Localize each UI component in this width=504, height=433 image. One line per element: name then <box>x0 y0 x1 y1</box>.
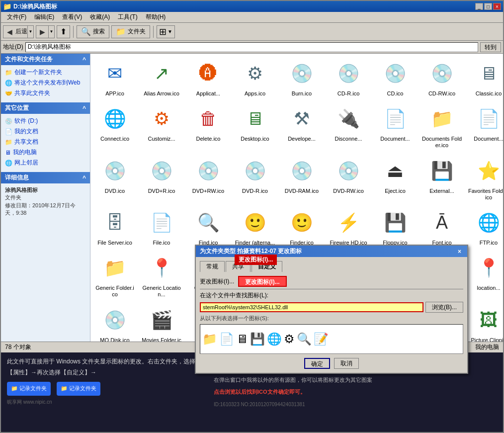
view-dropdown-icon[interactable]: ▼ <box>168 29 172 34</box>
menu-help[interactable]: 帮助(H) <box>142 12 170 22</box>
list-item[interactable]: 📁Documents Folder.ico <box>420 101 464 151</box>
list-item[interactable]: 💿DVD+R.ico <box>139 153 184 203</box>
menu-file[interactable]: 文件(F) <box>3 12 30 22</box>
list-item[interactable]: 🗄File Server.ico <box>92 205 137 248</box>
sidebar-link-publish-web[interactable]: 🌐 将这个文件夹发布到Web <box>5 78 86 88</box>
sidebar-link-my-computer[interactable]: 🖥 我的电脑 <box>5 147 86 158</box>
icon-list[interactable]: 📁 📄 🖥 💾 🌐 ⚙ 🔍 📝 <box>200 324 463 354</box>
list-item[interactable]: ĀFont.ico <box>420 205 464 248</box>
sidebar-header-details[interactable]: 详细信息 ^ <box>1 172 90 183</box>
title-bar: 📁 D:\涂鸦风格图标 _ □ × <box>1 1 503 12</box>
sidebar-link-share[interactable]: 🤝 共享此文件夹 <box>5 88 86 98</box>
dialog-description: 在弹出窗口中我将以外的所有源图，你可以将图标更改为其它图案 <box>214 376 499 385</box>
list-item[interactable]: 🙂Finder.ico <box>279 205 324 248</box>
list-item[interactable]: 🖥Classic.ico <box>466 56 503 99</box>
back-button[interactable]: ◀ 后退 ▼ <box>3 25 34 38</box>
minimize-button[interactable]: _ <box>475 3 483 10</box>
toolbar-separator-1 <box>73 26 74 38</box>
ok-button[interactable]: 确定 <box>304 358 330 369</box>
sidebar-link-network[interactable]: 🌐 网上邻居 <box>5 158 86 168</box>
change-icon-button[interactable]: 更改图标(I)... <box>238 276 286 287</box>
browse-button[interactable]: 浏览(B)... <box>425 302 463 313</box>
sidebar-link-new-folder[interactable]: 📁 创建一个新文件夹 <box>5 67 86 78</box>
sidebar-header-other-locations[interactable]: 其它位置 ^ <box>1 102 90 114</box>
up-button[interactable]: ⬆ <box>57 25 70 38</box>
toolbar: ◀ 后退 ▼ ▶ ▼ ⬆ 🔍 搜索 📁 文件夹 ⊞ ▼ <box>1 23 503 41</box>
folder-icon-btn-1: 📁 记录文件夹 <box>7 382 51 396</box>
menu-tools[interactable]: 工具(T) <box>114 12 141 22</box>
address-bar: 地址(D) 转到 <box>1 41 503 54</box>
list-item[interactable]: 💿CD-RW.ico <box>420 56 464 99</box>
menu-edit[interactable]: 编辑(E) <box>30 12 58 22</box>
file-icon: ↗ <box>146 58 177 89</box>
list-item[interactable]: 💿DVD+RW.ico <box>186 153 231 203</box>
list-item[interactable]: 💿CD-R.ico <box>326 56 371 99</box>
list-item[interactable]: ⭐Favorites Folder.ico <box>466 153 503 203</box>
file-label: Alias Arrow.ico <box>144 90 179 97</box>
address-input[interactable] <box>25 42 478 52</box>
menu-view[interactable]: 查看(V) <box>58 12 86 22</box>
shared-docs-icon: 📁 <box>5 139 12 146</box>
list-item[interactable]: 💿DVD-R.ico <box>233 153 277 203</box>
file-icon: 💿 <box>379 58 411 89</box>
list-item[interactable]: 💿MO Disk.ico <box>92 302 137 345</box>
list-item[interactable]: 📁Generic Folder.ico <box>92 250 137 300</box>
icon-path-input[interactable] <box>200 302 423 312</box>
list-item[interactable]: ⚙Apps.ico <box>233 56 277 99</box>
list-item[interactable]: 💿DVD.ico <box>92 153 137 203</box>
list-item[interactable]: ⏏Eject.ico <box>373 153 418 203</box>
up-icon: ⬆ <box>60 27 67 36</box>
view-button[interactable]: ⊞ ▼ <box>157 25 175 38</box>
list-item[interactable]: ✉APP.ico <box>92 56 137 99</box>
list-item[interactable]: 🎬Movies Folder.ico <box>139 302 184 345</box>
cancel-button[interactable]: 取消 <box>334 358 359 369</box>
list-item[interactable]: 💾Floppy.ico <box>373 205 418 248</box>
list-item[interactable]: 🌐Connect.ico <box>92 101 137 151</box>
list-item[interactable]: 📄Document... <box>466 101 503 151</box>
list-item[interactable]: 💿DVD-RW.ico <box>326 153 371 203</box>
close-button[interactable]: × <box>493 3 501 10</box>
list-item[interactable]: 📍Generic Location... <box>139 250 184 300</box>
list-item[interactable]: 📄File.ico <box>139 205 184 248</box>
file-label: CD.ico <box>387 90 403 97</box>
sidebar-link-my-docs[interactable]: 📄 我的文档 <box>5 126 86 137</box>
sidebar-header-file-tasks[interactable]: 文件和文件夹任务 ^ <box>1 54 90 65</box>
maximize-button[interactable]: □ <box>484 3 492 10</box>
menu-favorites[interactable]: 收藏(A) <box>86 12 114 22</box>
list-item[interactable]: 🙂Finder (alterna... <box>233 205 277 248</box>
list-item[interactable]: ⚒Develope... <box>279 101 324 151</box>
list-item[interactable]: 🅐Applicat... <box>186 56 231 99</box>
list-item[interactable]: 💿Burn.ico <box>279 56 324 99</box>
list-item[interactable]: 🔌Disconne... <box>326 101 371 151</box>
sidebar-link-software[interactable]: 💿 软件 (D:) <box>5 116 86 126</box>
back-dropdown-icon[interactable]: ▼ <box>27 26 33 38</box>
sidebar-link-shared-docs[interactable]: 📁 共享文档 <box>5 137 86 147</box>
list-item[interactable]: 🔍Find.ico <box>186 205 231 248</box>
list-item[interactable]: 💿DVD-RAM.ico <box>279 153 324 203</box>
dialog-close-button[interactable]: × <box>456 248 463 255</box>
forward-button[interactable]: ▶ ▼ <box>36 25 55 38</box>
my-docs-icon: 📄 <box>5 128 12 135</box>
list-item[interactable]: ⚡Firewire HD.ico <box>326 205 371 248</box>
go-button[interactable]: 转到 <box>480 42 501 52</box>
list-item[interactable]: 💿CD.ico <box>373 56 418 99</box>
list-item[interactable]: 📄Document... <box>373 101 418 151</box>
list-item[interactable]: 📍location... <box>466 250 503 300</box>
list-item[interactable]: 💾External... <box>420 153 464 203</box>
title-bar-buttons: _ □ × <box>475 3 501 10</box>
forward-dropdown-icon[interactable]: ▼ <box>48 26 54 38</box>
find-icon-row: 在这个文件中查找图标(L): <box>200 291 463 300</box>
list-item[interactable]: 🖼Picture Clipping... <box>466 302 503 345</box>
list-item[interactable]: ↗Alias Arrow.ico <box>139 56 184 99</box>
file-label: Eject.ico <box>385 188 406 194</box>
new-folder-icon: 📁 <box>5 69 12 76</box>
file-icon: 💿 <box>99 155 131 187</box>
folders-button[interactable]: 📁 文件夹 <box>111 25 150 38</box>
search-button[interactable]: 🔍 搜索 <box>77 25 109 38</box>
list-item[interactable]: 🌐FTP.ico <box>466 205 503 248</box>
dialog-tab-general[interactable]: 常规 <box>200 261 225 272</box>
sidebar-details-label: 详细信息 <box>5 173 29 182</box>
list-item[interactable]: 🖥Desktop.ico <box>233 101 277 151</box>
list-item[interactable]: 🗑Delete.ico <box>186 101 231 151</box>
list-item[interactable]: ⚙Customiz... <box>139 101 184 151</box>
